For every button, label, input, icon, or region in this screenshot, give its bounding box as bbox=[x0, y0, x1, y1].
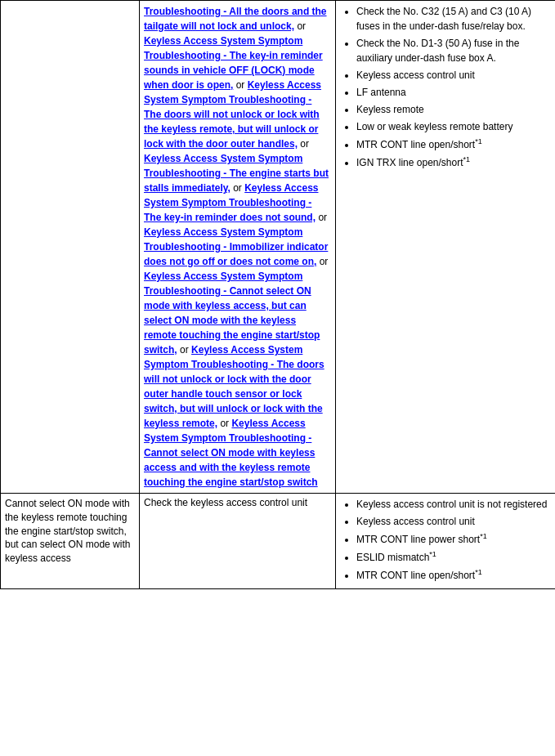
sep-7: or bbox=[180, 344, 191, 356]
causes-list-2: Keyless access control unit is not regis… bbox=[340, 497, 551, 583]
causes-list-1: Check the No. C32 (15 A) and C3 (10 A) f… bbox=[340, 4, 551, 170]
list-item: LF antenna bbox=[356, 85, 551, 100]
symptom-cell-1 bbox=[1, 1, 140, 494]
link-6[interactable]: Keyless Access System Symptom Troublesho… bbox=[144, 226, 328, 267]
action-cell-2: Check the keyless access control unit bbox=[140, 494, 336, 589]
list-item: ESLID mismatch*1 bbox=[356, 549, 551, 565]
sep-2: or bbox=[236, 79, 248, 91]
link-7[interactable]: Keyless Access System Symptom Troublesho… bbox=[144, 271, 320, 356]
sep-5: or bbox=[318, 212, 327, 223]
causes-cell-2: Keyless access control unit is not regis… bbox=[336, 494, 556, 589]
causes-cell-1: Check the No. C32 (15 A) and C3 (10 A) f… bbox=[336, 1, 556, 494]
sep-1: or bbox=[297, 20, 306, 32]
related-links-cell-1: Troubleshooting - All the doors and the … bbox=[140, 1, 336, 494]
list-item: IGN TRX line open/short*1 bbox=[356, 154, 551, 170]
sep-4: or bbox=[233, 182, 244, 194]
table-row: Troubleshooting - All the doors and the … bbox=[1, 1, 556, 494]
link-8[interactable]: Keyless Access System Symptom Troublesho… bbox=[144, 344, 324, 429]
list-item: Low or weak keyless remote battery bbox=[356, 119, 551, 134]
list-item: Keyless access control unit bbox=[356, 514, 551, 529]
sep-3: or bbox=[300, 138, 309, 150]
table-row: Cannot select ON mode with the keyless r… bbox=[1, 494, 556, 589]
list-item: MTR CONT line open/short*1 bbox=[356, 136, 551, 152]
list-item: Keyless access control unit bbox=[356, 68, 551, 83]
symptom-cell-2: Cannot select ON mode with the keyless r… bbox=[1, 494, 140, 589]
list-item: MTR CONT line open/short*1 bbox=[356, 567, 551, 583]
list-item: Check the No. D1-3 (50 A) fuse in the au… bbox=[356, 36, 551, 65]
list-item: Keyless remote bbox=[356, 102, 551, 117]
sep-8: or bbox=[220, 418, 231, 429]
list-item: Keyless access control unit is not regis… bbox=[356, 497, 551, 512]
sep-6: or bbox=[320, 256, 329, 267]
list-item: Check the No. C32 (15 A) and C3 (10 A) f… bbox=[356, 4, 551, 34]
list-item: MTR CONT line power short*1 bbox=[356, 531, 551, 547]
